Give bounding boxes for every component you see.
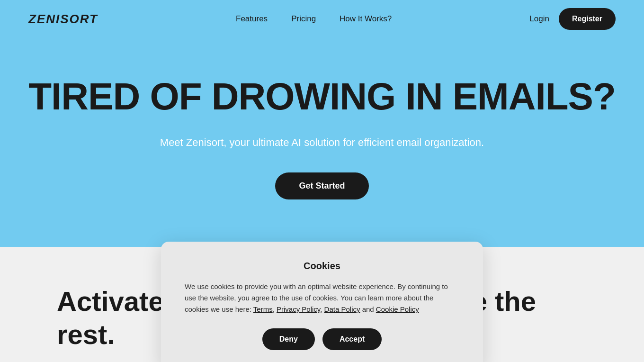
cookie-overlay: Cookies We use cookies to provide you wi…	[0, 0, 644, 362]
cookie-title: Cookies	[185, 261, 459, 272]
data-policy-link[interactable]: Data Policy	[324, 305, 360, 313]
deny-button[interactable]: Deny	[262, 328, 315, 350]
terms-link[interactable]: Terms	[253, 305, 273, 313]
privacy-policy-link[interactable]: Privacy Policy	[277, 305, 320, 313]
cookie-text: We use cookies to provide you with an op…	[185, 281, 459, 315]
cookie-buttons: Deny Accept	[185, 328, 459, 350]
cookie-policy-link[interactable]: Cookie Policy	[376, 305, 419, 313]
accept-button[interactable]: Accept	[322, 328, 382, 350]
cookie-modal: Cookies We use cookies to provide you wi…	[161, 242, 483, 362]
